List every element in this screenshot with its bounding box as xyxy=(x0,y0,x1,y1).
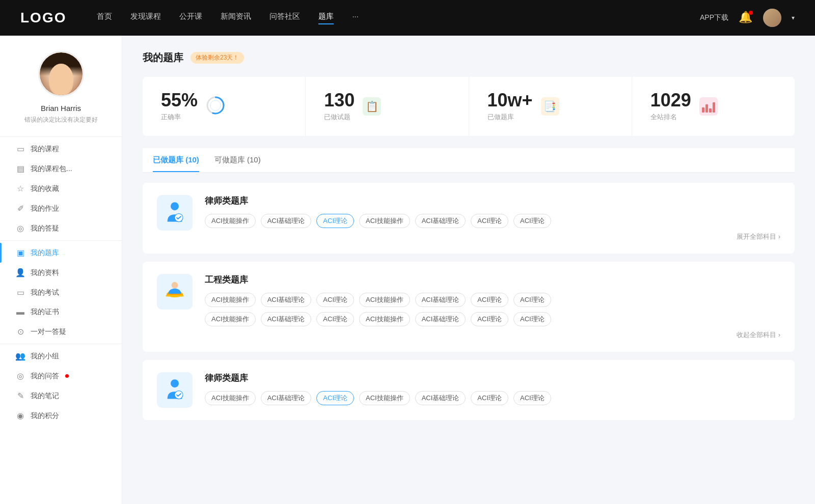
sidebar-item-notes[interactable]: ✎ 我的笔记 xyxy=(0,386,122,406)
sidebar-item-course-package[interactable]: ▤ 我的课程包... xyxy=(0,159,122,179)
eng-tag-1[interactable]: ACI技能操作 xyxy=(205,293,256,307)
sidebar-item-label: 我的资料 xyxy=(31,268,59,277)
eng-tag-r2-1[interactable]: ACI技能操作 xyxy=(205,312,256,326)
nav-more[interactable]: ··· xyxy=(352,12,359,24)
law2-tag-5[interactable]: ACI基础理论 xyxy=(415,391,466,405)
bank-card-lawyer-2: 律师类题库 ACI技能操作 ACI基础理论 ACI理论 ACI技能操作 ACI基… xyxy=(143,360,795,420)
sidebar-item-homework[interactable]: ✐ 我的作业 xyxy=(0,199,122,218)
law2-tag-1[interactable]: ACI技能操作 xyxy=(205,391,256,405)
stat-text: 1029 全站排名 xyxy=(650,91,691,122)
nav-open-course[interactable]: 公开课 xyxy=(179,12,202,24)
law2-tag-3-active[interactable]: ACI理论 xyxy=(316,391,354,405)
tag-3-active[interactable]: ACI理论 xyxy=(316,214,354,228)
eng-tag-r2-4[interactable]: ACI技能操作 xyxy=(359,312,410,326)
expand-link-lawyer-1[interactable]: 展开全部科目 › xyxy=(205,232,780,241)
eng-tag-r2-6[interactable]: ACI理论 xyxy=(471,312,508,326)
tag-1[interactable]: ACI技能操作 xyxy=(205,214,256,228)
correct-rate-number: 55% xyxy=(161,91,198,109)
qa-red-dot xyxy=(65,374,69,378)
tab-todo-banks[interactable]: 可做题库 (10) xyxy=(214,148,261,172)
sidebar-item-points[interactable]: ◉ 我的积分 xyxy=(0,406,122,426)
eng-tag-r2-2[interactable]: ACI基础理论 xyxy=(261,312,312,326)
logo: LOGO xyxy=(20,10,66,26)
law2-tag-4[interactable]: ACI技能操作 xyxy=(359,391,410,405)
main-content: 我的题库 体验剩余23天！ 55% 正确率 xyxy=(122,36,815,504)
done-questions-number: 130 xyxy=(324,91,355,109)
sidebar-item-group[interactable]: 👥 我的小组 xyxy=(0,346,122,366)
sidebar-item-label: 我的问答 xyxy=(31,372,59,381)
app-download-button[interactable]: APP下载 xyxy=(700,13,728,22)
ranking-label: 全站排名 xyxy=(650,113,691,122)
stat-text: 55% 正确率 xyxy=(161,91,198,122)
notes-icon: ✎ xyxy=(15,391,25,401)
sidebar-item-qa[interactable]: ◎ 我的答疑 xyxy=(0,218,122,238)
nav-links: 首页 发现课程 公开课 新闻资讯 问答社区 题库 ··· xyxy=(97,12,700,24)
sidebar-item-my-course[interactable]: ▭ 我的课程 xyxy=(0,139,122,159)
nav-news[interactable]: 新闻资讯 xyxy=(221,12,251,24)
avatar-image xyxy=(763,9,781,27)
user-menu-chevron[interactable]: ▾ xyxy=(792,14,795,21)
user-avatar[interactable] xyxy=(763,9,781,27)
eng-tag-r2-7[interactable]: ACI理论 xyxy=(513,312,551,326)
navbar: LOGO 首页 发现课程 公开课 新闻资讯 问答社区 题库 ··· APP下载 … xyxy=(0,0,815,36)
svg-point-3 xyxy=(171,202,179,210)
bank-title-lawyer-2: 律师类题库 xyxy=(205,372,780,384)
bank-tags-lawyer-2: ACI技能操作 ACI基础理论 ACI理论 ACI技能操作 ACI基础理论 AC… xyxy=(205,391,780,405)
law2-tag-7[interactable]: ACI理论 xyxy=(513,391,551,405)
sidebar-item-label: 我的答疑 xyxy=(31,224,59,233)
law2-tag-6[interactable]: ACI理论 xyxy=(471,391,508,405)
nav-discover[interactable]: 发现课程 xyxy=(130,12,161,24)
sidebar-item-label: 一对一答疑 xyxy=(31,327,66,337)
sidebar-item-label: 我的收藏 xyxy=(31,184,59,193)
sidebar-item-certificate[interactable]: ▬ 我的证书 xyxy=(0,302,122,322)
notification-bell[interactable]: 🔔 xyxy=(739,11,753,25)
tag-5[interactable]: ACI基础理论 xyxy=(415,214,466,228)
sidebar-item-label: 我的证书 xyxy=(31,307,59,317)
stat-text: 10w+ 已做题库 xyxy=(487,91,533,122)
sidebar-item-my-qa[interactable]: ◎ 我的问答 xyxy=(0,366,122,386)
certificate-icon: ▬ xyxy=(15,307,25,317)
done-banks-number: 10w+ xyxy=(487,91,533,109)
tag-6[interactable]: ACI理论 xyxy=(471,214,508,228)
nav-home[interactable]: 首页 xyxy=(97,12,112,24)
collapse-link-engineer[interactable]: 收起全部科目 › xyxy=(205,330,780,340)
sidebar-item-label: 我的积分 xyxy=(31,411,59,421)
nav-qa[interactable]: 问答社区 xyxy=(269,12,300,24)
svg-point-9 xyxy=(171,379,179,387)
stat-correct-rate: 55% 正确率 xyxy=(143,77,306,136)
bank-body-engineer: 工程类题库 ACI技能操作 ACI基础理论 ACI理论 ACI技能操作 ACI基… xyxy=(205,274,780,340)
bank-title-engineer: 工程类题库 xyxy=(205,274,780,286)
tag-7[interactable]: ACI理论 xyxy=(513,214,551,228)
sidebar-item-question-bank[interactable]: ▣ 我的题库 xyxy=(0,243,122,263)
sidebar-item-one-on-one[interactable]: ⊙ 一对一答疑 xyxy=(0,322,122,342)
eng-tag-7[interactable]: ACI理论 xyxy=(513,293,551,307)
law2-tag-2[interactable]: ACI基础理论 xyxy=(261,391,312,405)
nav-right: APP下载 🔔 ▾ xyxy=(700,9,795,27)
eng-tag-5[interactable]: ACI基础理论 xyxy=(415,293,466,307)
points-icon: ◉ xyxy=(15,411,25,421)
tab-done-banks[interactable]: 已做题库 (10) xyxy=(153,148,199,172)
done-banks-icon: 📑 xyxy=(541,97,559,116)
eng-tag-6[interactable]: ACI理论 xyxy=(471,293,508,307)
done-questions-icon: 📋 xyxy=(363,97,381,116)
sidebar-item-label: 我的题库 xyxy=(31,248,59,258)
tag-2[interactable]: ACI基础理论 xyxy=(261,214,312,228)
user-name: Brian Harris xyxy=(41,104,81,113)
bank-tags-engineer-row2: ACI技能操作 ACI基础理论 ACI理论 ACI技能操作 ACI基础理论 AC… xyxy=(205,312,780,326)
bank-body-lawyer-2: 律师类题库 ACI技能操作 ACI基础理论 ACI理论 ACI技能操作 ACI基… xyxy=(205,372,780,405)
sidebar-item-material[interactable]: 👤 我的资料 xyxy=(0,263,122,283)
sidebar-item-favorites[interactable]: ☆ 我的收藏 xyxy=(0,179,122,199)
eng-tag-r2-5[interactable]: ACI基础理论 xyxy=(415,312,466,326)
eng-tag-2[interactable]: ACI基础理论 xyxy=(261,293,312,307)
sidebar-divider-2 xyxy=(0,344,122,344)
sidebar-item-exam[interactable]: ▭ 我的考试 xyxy=(0,283,122,302)
pie-chart-icon xyxy=(206,96,225,115)
nav-question-bank[interactable]: 题库 xyxy=(318,12,334,24)
tag-4[interactable]: ACI技能操作 xyxy=(359,214,410,228)
eng-tag-3[interactable]: ACI理论 xyxy=(316,293,354,307)
svg-point-8 xyxy=(172,282,178,289)
eng-tag-r2-3[interactable]: ACI理论 xyxy=(316,312,354,326)
bank-card-lawyer-1: 律师类题库 ACI技能操作 ACI基础理论 ACI理论 ACI技能操作 ACI基… xyxy=(143,183,795,254)
svg-rect-7 xyxy=(166,295,183,296)
eng-tag-4[interactable]: ACI技能操作 xyxy=(359,293,410,307)
